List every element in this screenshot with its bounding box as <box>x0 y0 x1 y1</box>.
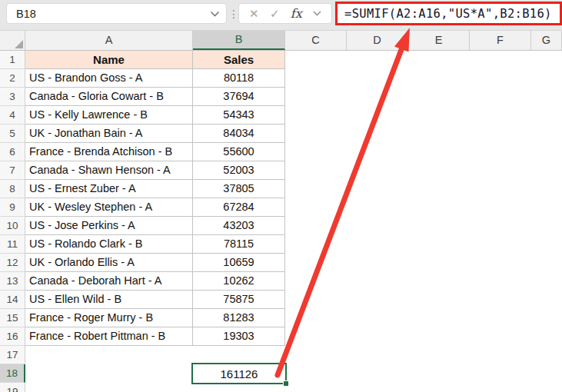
cell-A4[interactable]: US - Kelly Lawrence - B <box>25 106 193 125</box>
cell-A3[interactable]: Canada - Gloria Cowart - B <box>25 88 193 106</box>
insert-function-icon[interactable]: fx <box>291 6 302 21</box>
name-box[interactable]: B18 <box>6 3 227 24</box>
cell-B14[interactable]: 75875 <box>193 291 285 309</box>
cell-B15[interactable]: 81283 <box>193 309 285 327</box>
table-row: France - Robert Pittman - B19303 <box>25 327 285 346</box>
spreadsheet-grid: ABCDEFG12345678910111213141516171819Name… <box>0 31 562 392</box>
cell-A12[interactable]: UK - Orlando Ellis - A <box>25 254 193 272</box>
row-header-6[interactable]: 6 <box>0 143 25 161</box>
fill-handle[interactable] <box>283 380 289 387</box>
row-header-1[interactable]: 1 <box>0 51 25 69</box>
cell-B10[interactable]: 43203 <box>193 217 285 235</box>
formula-bar-handle-icon[interactable]: ⋮ <box>228 7 236 22</box>
cell-A11[interactable]: US - Rolando Clark - B <box>25 235 193 254</box>
selected-cell-B18[interactable]: 161126 <box>191 363 287 384</box>
column-header-F[interactable]: F <box>470 31 531 50</box>
excel-window: B18 ⋮ ✕ ✓ fx =SUMIF(A2:A16,"US*A",B2:B16… <box>0 0 562 392</box>
enter-icon[interactable]: ✓ <box>270 8 280 19</box>
cell-B6[interactable]: 55600 <box>193 143 285 161</box>
table-row: France - Roger Murry - B81283 <box>25 309 285 327</box>
cancel-icon[interactable]: ✕ <box>249 8 259 19</box>
row-header-5[interactable]: 5 <box>0 125 25 143</box>
table-row: UK - Wesley Stephen - A67284 <box>25 198 285 217</box>
table-row: US - Brandon Goss - A80118 <box>25 69 285 88</box>
cell-B1-sales-header[interactable]: Sales <box>193 51 285 69</box>
table-row: US - Jose Perkins - A43203 <box>25 217 285 235</box>
column-header-B[interactable]: B <box>193 31 285 50</box>
column-header-D[interactable]: D <box>347 31 408 50</box>
column-header-A[interactable]: A <box>25 31 193 50</box>
row-header-14[interactable]: 14 <box>0 291 25 309</box>
cell-A5[interactable]: UK - Jonathan Bain - A <box>25 125 193 143</box>
row-header-11[interactable]: 11 <box>0 235 25 254</box>
cell-B4[interactable]: 54343 <box>193 106 285 125</box>
row-header-19[interactable]: 19 <box>0 383 25 392</box>
formula-text: =SUMIF(A2:A16,"US*A",B2:B16) <box>344 7 552 21</box>
cell-A6[interactable]: France - Brenda Atchison - B <box>25 143 193 161</box>
cell-A13[interactable]: Canada - Deborah Hart - A <box>25 272 193 291</box>
table-row: US - Kelly Lawrence - B54343 <box>25 106 285 125</box>
cell-A9[interactable]: UK - Wesley Stephen - A <box>25 198 193 217</box>
row-header-17[interactable]: 17 <box>0 346 25 364</box>
select-all-button[interactable] <box>0 31 25 50</box>
name-box-value: B18 <box>16 8 210 20</box>
data-table: NameSalesUS - Brandon Goss - A80118Canad… <box>25 51 285 346</box>
cell-B13[interactable]: 10262 <box>193 272 285 291</box>
row-header-9[interactable]: 9 <box>0 198 25 217</box>
table-row: NameSales <box>25 51 285 69</box>
row-header-18[interactable]: 18 <box>0 364 25 383</box>
cell-B11[interactable]: 78115 <box>193 235 285 254</box>
cell-A10[interactable]: US - Jose Perkins - A <box>25 217 193 235</box>
row-header-12[interactable]: 12 <box>0 254 25 272</box>
column-header-row: ABCDEFG <box>0 31 562 51</box>
row-header-4[interactable]: 4 <box>0 106 25 125</box>
column-header-C[interactable]: C <box>285 31 347 50</box>
formula-input[interactable]: =SUMIF(A2:A16,"US*A",B2:B16) <box>335 2 562 25</box>
cell-A16[interactable]: France - Robert Pittman - B <box>25 327 193 346</box>
row-header-16[interactable]: 16 <box>0 327 25 346</box>
select-all-triangle-icon <box>15 40 23 48</box>
row-header-8[interactable]: 8 <box>0 180 25 198</box>
cell-A8[interactable]: US - Ernest Zuber - A <box>25 180 193 198</box>
row-header-10[interactable]: 10 <box>0 217 25 235</box>
table-row: UK - Orlando Ellis - A10659 <box>25 254 285 272</box>
table-row: Canada - Deborah Hart - A10262 <box>25 272 285 291</box>
table-row: Canada - Shawn Henson - A52003 <box>25 161 285 180</box>
table-row: UK - Jonathan Bain - A84034 <box>25 125 285 143</box>
cell-A1-name-header[interactable]: Name <box>25 51 193 69</box>
column-header-G[interactable]: G <box>531 31 562 50</box>
cell-B5[interactable]: 84034 <box>193 125 285 143</box>
cell-B2[interactable]: 80118 <box>193 69 285 88</box>
name-box-dropdown-icon[interactable] <box>210 11 220 17</box>
cell-A2[interactable]: US - Brandon Goss - A <box>25 69 193 88</box>
column-header-E[interactable]: E <box>408 31 470 50</box>
cell-A15[interactable]: France - Roger Murry - B <box>25 309 193 327</box>
cell-A14[interactable]: US - Ellen Wild - B <box>25 291 193 309</box>
row-header-column: 12345678910111213141516171819 <box>0 51 25 392</box>
cell-B16[interactable]: 19303 <box>193 327 285 346</box>
formula-bar-strip: B18 ⋮ ✕ ✓ fx =SUMIF(A2:A16,"US*A",B2:B16… <box>0 0 562 31</box>
row-header-13[interactable]: 13 <box>0 272 25 291</box>
row-header-2[interactable]: 2 <box>0 69 25 88</box>
row-header-15[interactable]: 15 <box>0 309 25 327</box>
cell-B9[interactable]: 67284 <box>193 198 285 217</box>
cell-B7[interactable]: 52003 <box>193 161 285 180</box>
table-row: US - Ellen Wild - B75875 <box>25 291 285 309</box>
table-row: Canada - Gloria Cowart - B37694 <box>25 88 285 106</box>
selected-cell-value: 161126 <box>221 367 258 380</box>
cell-B3[interactable]: 37694 <box>193 88 285 106</box>
table-row: US - Rolando Clark - B78115 <box>25 235 285 254</box>
table-row: US - Ernest Zuber - A37805 <box>25 180 285 198</box>
formula-bar-buttons: ✕ ✓ fx <box>238 3 332 24</box>
function-dropdown-icon[interactable] <box>313 11 321 16</box>
cell-B8[interactable]: 37805 <box>193 180 285 198</box>
cell-B12[interactable]: 10659 <box>193 254 285 272</box>
cell-A7[interactable]: Canada - Shawn Henson - A <box>25 161 193 180</box>
row-header-7[interactable]: 7 <box>0 161 25 180</box>
table-row: France - Brenda Atchison - B55600 <box>25 143 285 161</box>
row-header-3[interactable]: 3 <box>0 88 25 106</box>
